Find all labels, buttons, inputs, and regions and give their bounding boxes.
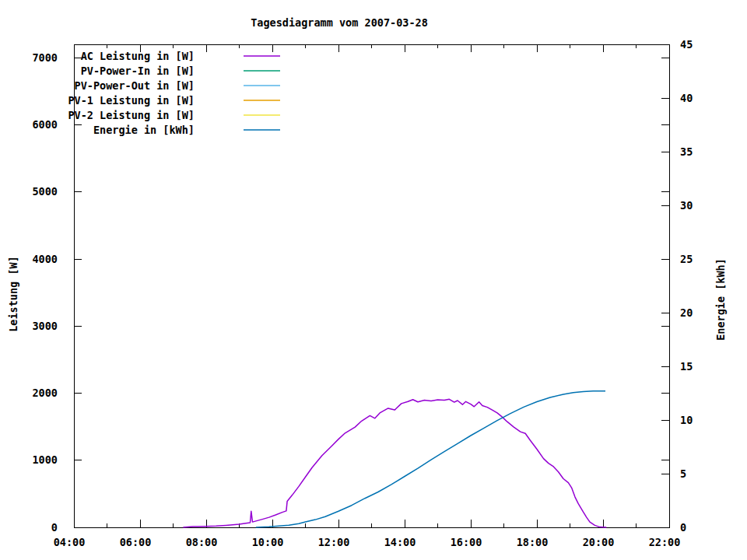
x-tick-label: 10:00 [252, 536, 284, 548]
x-tick-label: 14:00 [384, 536, 416, 548]
legend-label-ac-leistung: AC Leistung in [W] [81, 50, 195, 62]
y-axis-title: Leistung [W] [7, 256, 19, 332]
chart-title: Tagesdiagramm vom 2007-03-28 [74, 16, 605, 29]
y2-tick-label: 20 [680, 306, 693, 319]
legend-item-energie: Energie in [kWh] [93, 124, 280, 136]
y2-tick-label: 25 [680, 253, 693, 265]
y2-tick-label: 10 [680, 414, 693, 426]
x-tick-label: 12:00 [318, 536, 350, 548]
legend-label-pv-1-leistung: PV-1 Leistung in [W] [68, 94, 195, 107]
y-tick-label: 1000 [32, 453, 58, 466]
legend-item-pv-power-in: PV-Power-In in [W] [81, 65, 280, 77]
y-tick-label: 3000 [32, 320, 58, 332]
legend-item-pv-2-leistung: PV-2 Leistung in [W] [68, 109, 280, 121]
x-tick-label: 08:00 [186, 536, 218, 548]
legend-label-pv-power-in: PV-Power-In in [W] [81, 65, 195, 77]
legend-item-ac-leistung: AC Leistung in [W] [81, 50, 280, 62]
legend-item-pv-1-leistung: PV-1 Leistung in [W] [68, 94, 280, 107]
y2-tick-label: 30 [680, 199, 693, 212]
plot-area: 04:0006:0008:0010:0012:0014:0016:0018:00… [0, 0, 747, 560]
y-tick-label: 0 [51, 521, 58, 534]
series-ac-leistung-line [183, 399, 606, 527]
y-tick-label: 6000 [32, 118, 58, 131]
y2-tick-label: 40 [680, 92, 693, 104]
legend-label-pv-2-leistung: PV-2 Leistung in [W] [68, 109, 195, 121]
legend-label-energie: Energie in [kWh] [93, 124, 195, 136]
y-tick-label: 5000 [32, 185, 58, 198]
y2-tick-label: 45 [680, 38, 693, 51]
y2-axis-title: Energie [kWh] [714, 258, 727, 341]
legend-item-pv-power-out: PV-Power-Out in [W] [75, 79, 280, 92]
y-tick-label: 2000 [32, 387, 58, 399]
series-energie-line [256, 391, 605, 527]
x-tick-label: 20:00 [583, 536, 615, 548]
y-tick-label: 7000 [32, 51, 58, 64]
legend-label-pv-power-out: PV-Power-Out in [W] [75, 79, 195, 92]
x-tick-label: 18:00 [517, 536, 549, 548]
y2-tick-label: 35 [680, 145, 693, 158]
x-tick-label: 16:00 [451, 536, 482, 548]
y-tick-label: 4000 [32, 253, 58, 265]
x-tick-label: 04:00 [54, 536, 86, 548]
y2-tick-label: 5 [680, 467, 686, 480]
series-lines [183, 391, 606, 527]
x-tick-label: 06:00 [120, 536, 152, 548]
legend: AC Leistung in [W]PV-Power-In in [W]PV-P… [68, 50, 280, 136]
y2-tick-label: 0 [680, 521, 686, 534]
y2-tick-label: 15 [680, 360, 693, 373]
x-tick-label: 22:00 [649, 536, 681, 548]
